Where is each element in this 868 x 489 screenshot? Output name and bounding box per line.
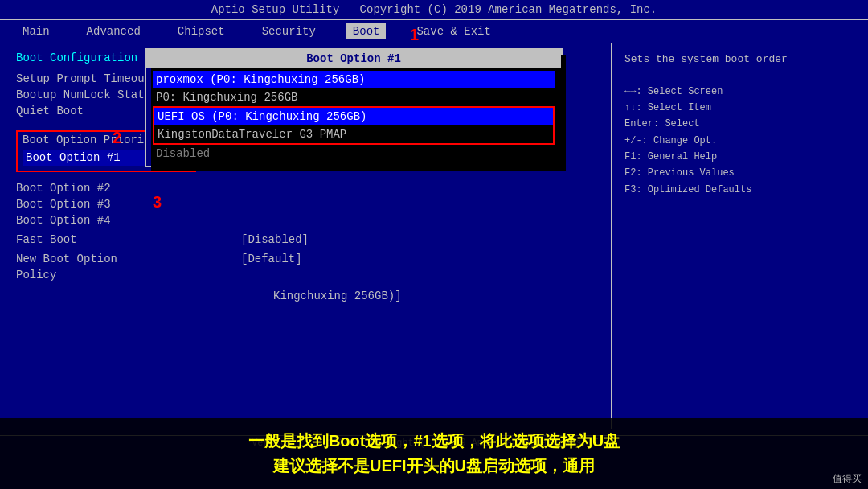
modal-option-0[interactable]: proxmox (P0: Kingchuxing 256GB): [153, 71, 555, 88]
new-boot-row: New Boot Option [Default]: [16, 253, 595, 265]
key-f1: F1: General Help: [624, 149, 855, 165]
watermark-text: 值得买: [833, 473, 862, 484]
modal-option-4[interactable]: Disabled: [153, 145, 555, 162]
chinese-line-2: 建议选择不是UEFI开头的U盘启动选项，通用: [273, 455, 595, 477]
key-item: ↑↓: Select Item: [624, 100, 855, 116]
menu-bar: Main Advanced Chipset Security Boot Save…: [0, 20, 868, 43]
key-help: ←→: Select Screen ↑↓: Select Item Enter:…: [624, 84, 855, 199]
key-select: Enter: Select: [624, 116, 855, 132]
watermark: 值得买: [833, 472, 862, 486]
menu-save-exit[interactable]: Save & Exit: [410, 23, 497, 39]
menu-advanced[interactable]: Advanced: [80, 23, 147, 39]
policy-label: Policy: [16, 269, 241, 281]
chinese-line-1: 一般是找到Boot选项，#1选项，将此选项选择为U盘: [248, 430, 620, 452]
key-f2: F2: Previous Values: [624, 165, 855, 181]
chinese-bar: 一般是找到Boot选项，#1选项，将此选项选择为U盘 建议选择不是UEFI开头的…: [0, 418, 868, 489]
menu-boot[interactable]: Boot: [346, 23, 387, 39]
annotation-2: 2: [113, 129, 121, 147]
new-boot-label: New Boot Option: [16, 253, 241, 265]
policy-row: Policy: [16, 269, 595, 281]
boot-option-2-row[interactable]: Boot Option #2: [16, 182, 595, 195]
key-change: +/-: Change Opt.: [624, 133, 855, 149]
fast-boot-label: Fast Boot: [16, 233, 241, 246]
key-f3: F3: Optimized Defaults: [624, 182, 855, 198]
boot-option-3-row[interactable]: Boot Option #3: [16, 198, 595, 211]
modal-body: proxmox (P0: Kingchuxing 256GB) P0: King…: [146, 68, 561, 166]
boot-option-4-label: Boot Option #4: [16, 214, 177, 227]
help-text: Sets the system boot order: [624, 51, 855, 68]
modal-option-2[interactable]: UEFI OS (P0: Kingchuxing 256GB): [154, 108, 553, 125]
title-text: Aptio Setup Utility – Copyright (C) 2019…: [211, 3, 657, 16]
modal-option-3[interactable]: KingstonDataTraveler G3 PMAP: [154, 125, 553, 143]
modal-highlighted-group: UEFI OS (P0: Kingchuxing 256GB) Kingston…: [153, 106, 555, 145]
fast-boot-row: Fast Boot [Disabled]: [16, 233, 595, 246]
new-boot-value: [Default]: [241, 253, 302, 265]
right-panel: Sets the system boot order ←→: Select Sc…: [611, 43, 868, 429]
menu-main[interactable]: Main: [16, 23, 56, 39]
modal-title: Boot Option #1: [146, 50, 561, 68]
boot-option-modal: Boot Option #1 proxmox (P0: Kingchuxing …: [145, 48, 563, 167]
menu-security[interactable]: Security: [256, 23, 322, 39]
below-modal-text: Kingchuxing 256GB)]: [273, 290, 402, 302]
title-bar: Aptio Setup Utility – Copyright (C) 2019…: [0, 0, 868, 20]
key-screen: ←→: Select Screen: [624, 84, 855, 100]
menu-chipset[interactable]: Chipset: [171, 23, 231, 39]
fast-boot-value: [Disabled]: [241, 233, 309, 246]
modal-option-1[interactable]: P0: Kingchuxing 256GB: [153, 88, 555, 106]
annotation-3: 3: [153, 193, 162, 212]
annotation-1: 1: [410, 26, 419, 44]
boot-option-4-row[interactable]: Boot Option #4: [16, 214, 595, 227]
